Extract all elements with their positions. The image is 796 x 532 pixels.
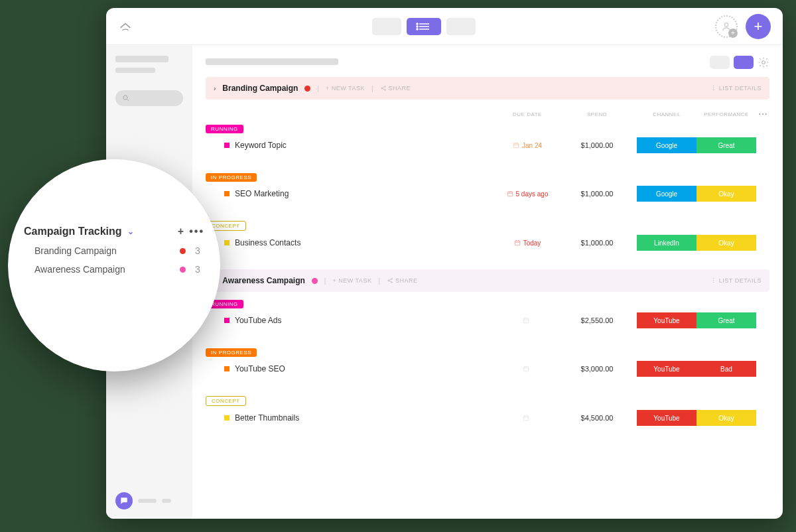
more-icon[interactable]: ••• (189, 226, 204, 237)
list-color-dot (180, 267, 186, 273)
svg-line-14 (382, 88, 384, 90)
view-pill-b[interactable] (734, 56, 754, 69)
col-due-date: DUE DATE (498, 111, 557, 117)
svg-point-12 (384, 90, 385, 91)
task-status-square[interactable] (224, 415, 230, 421)
share-icon[interactable]: SHARE (387, 277, 418, 284)
col-channel: CHANNEL (637, 111, 696, 117)
svg-point-3 (417, 23, 418, 25)
new-task-button[interactable]: + NEW TASK (332, 277, 371, 284)
spend-cell[interactable]: $1,000.00 (557, 239, 637, 247)
more-columns-icon[interactable]: ⋯ (756, 109, 769, 119)
svg-rect-40 (523, 416, 529, 421)
view-option-a[interactable] (372, 18, 401, 35)
task-row[interactable]: Better Thumbnails $4,500.00 YouTube Okay (206, 406, 769, 435)
plus-badge-icon: + (728, 29, 738, 38)
svg-point-6 (724, 23, 728, 26)
view-option-c[interactable] (446, 18, 476, 35)
channel-chip[interactable]: YouTube (637, 361, 696, 377)
svg-point-9 (762, 61, 765, 64)
task-row[interactable]: YouTube SEO $3,000.00 YouTube Bad (206, 357, 769, 386)
space-title: Campaign Tracking (24, 226, 122, 237)
svg-rect-15 (513, 143, 519, 148)
spend-cell[interactable]: $2,550.00 (557, 316, 637, 324)
due-date-cell[interactable] (498, 366, 557, 372)
svg-point-11 (384, 86, 385, 88)
due-date-cell[interactable]: Today (498, 239, 557, 247)
svg-point-29 (391, 282, 393, 283)
list-details-link[interactable]: ⋮ LIST DETAILS (710, 85, 762, 92)
task-status-square[interactable] (224, 318, 230, 323)
due-date-cell[interactable] (498, 317, 557, 324)
app-logo-icon[interactable] (118, 19, 133, 34)
task-name: YouTube Ads (235, 316, 282, 325)
svg-point-5 (417, 29, 418, 30)
channel-chip[interactable]: LinkedIn (637, 235, 696, 251)
performance-chip[interactable]: Bad (696, 361, 756, 377)
list-name: Branding Campaign (34, 245, 117, 256)
svg-point-28 (391, 279, 393, 280)
task-status-square[interactable] (224, 240, 230, 245)
channel-chip[interactable]: Google (637, 137, 696, 153)
channel-chip[interactable]: YouTube (637, 410, 696, 426)
channel-chip[interactable]: YouTube (637, 312, 696, 328)
sidebar-zoom-overlay: Campaign Tracking ⌄ + ••• Branding Campa… (8, 159, 220, 371)
performance-chip[interactable]: Okay (696, 186, 756, 202)
list-count: 3 (192, 245, 203, 256)
task-name: SEO Marketing (235, 189, 289, 198)
gear-icon[interactable] (758, 56, 769, 68)
search-input[interactable] (115, 90, 183, 106)
search-icon (122, 94, 130, 102)
performance-chip[interactable]: Great (696, 137, 756, 153)
create-button[interactable]: + (746, 14, 771, 39)
list-details-link[interactable]: ⋮ LIST DETAILS (710, 277, 762, 284)
channel-chip[interactable]: Google (637, 186, 696, 202)
spend-cell[interactable]: $4,500.00 (557, 414, 637, 422)
task-name: YouTube SEO (235, 364, 285, 373)
add-member-button[interactable]: + (715, 15, 738, 38)
task-row[interactable]: Business Contacts Today $1,000.00 Linked… (206, 231, 769, 260)
spend-cell[interactable]: $1,000.00 (557, 190, 637, 198)
due-date-cell[interactable]: Jan 24 (498, 142, 557, 149)
spend-cell[interactable]: $3,000.00 (557, 365, 637, 373)
col-spend: SPEND (557, 111, 637, 117)
campaign-title: Branding Campaign (222, 84, 298, 93)
view-pill-a[interactable] (710, 56, 730, 69)
topbar: + + (106, 8, 783, 45)
task-status-square[interactable] (224, 191, 230, 196)
due-date-cell[interactable] (498, 415, 557, 421)
status-chip[interactable]: CONCEPT (206, 396, 246, 406)
campaign-header[interactable]: › Branding Campaign | + NEW TASK | SHARE… (206, 77, 769, 100)
status-chip[interactable]: RUNNING (206, 125, 243, 133)
task-row[interactable]: SEO Marketing 5 days ago $1,000.00 Googl… (206, 182, 769, 211)
performance-chip[interactable]: Okay (696, 235, 756, 251)
chevron-right-icon: › (214, 85, 216, 92)
campaign-header[interactable]: › Awareness Campaign | + NEW TASK | SHAR… (206, 269, 769, 292)
status-chip[interactable]: IN PROGRESS (206, 348, 257, 357)
task-row[interactable]: YouTube Ads $2,550.00 YouTube Great (206, 308, 769, 338)
main-content: › Branding Campaign | + NEW TASK | SHARE… (192, 45, 783, 519)
performance-chip[interactable]: Okay (696, 410, 756, 426)
bottom-skel (138, 499, 157, 503)
add-list-button[interactable]: + (178, 226, 184, 237)
spend-cell[interactable]: $1,000.00 (557, 141, 637, 149)
task-status-square[interactable] (224, 143, 230, 148)
svg-point-4 (417, 26, 418, 27)
performance-chip[interactable]: Great (696, 312, 756, 328)
sidebar-list-item[interactable]: Awareness Campaign3 (24, 256, 204, 275)
sidebar-skel (115, 68, 155, 73)
share-icon[interactable]: SHARE (380, 85, 411, 92)
new-task-button[interactable]: + NEW TASK (326, 85, 365, 92)
view-option-list[interactable] (407, 18, 441, 35)
task-status-square[interactable] (224, 366, 230, 371)
space-header[interactable]: Campaign Tracking ⌄ + ••• (24, 226, 204, 237)
topbar-right: + + (715, 14, 771, 39)
svg-line-30 (389, 279, 391, 281)
campaign-color-dot (304, 86, 310, 92)
chat-button[interactable] (115, 492, 133, 509)
list-count: 3 (192, 264, 203, 275)
sidebar-list-item[interactable]: Branding Campaign3 (24, 237, 204, 256)
task-row[interactable]: Keyword Topic Jan 24 $1,000.00 Google Gr… (206, 133, 769, 163)
due-date-cell[interactable]: 5 days ago (498, 190, 557, 198)
status-chip[interactable]: IN PROGRESS (206, 173, 257, 182)
